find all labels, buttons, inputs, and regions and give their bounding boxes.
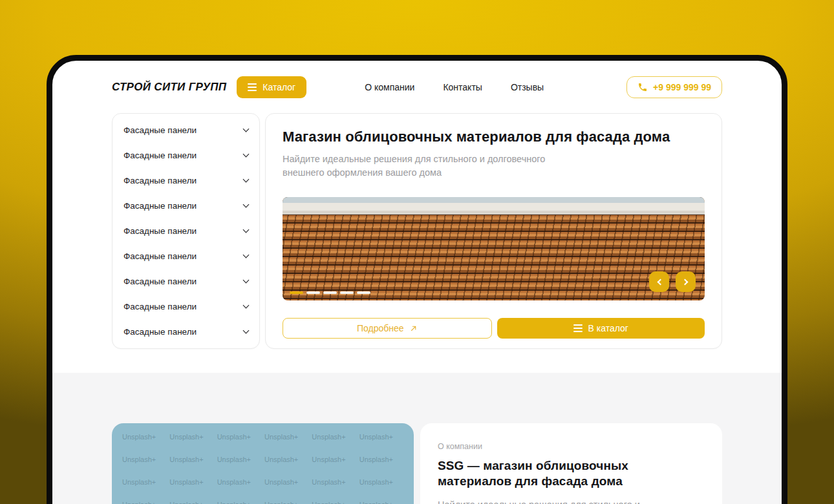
hero-card: Магазин облицовочных материалов для фаса… (265, 113, 722, 349)
category-sidebar: Фасадные панели Фасадные панели Фасадные… (112, 113, 260, 349)
chevron-down-icon (243, 328, 250, 334)
chevron-right-icon (681, 278, 688, 285)
sidebar-item-label: Фасадные панели (123, 125, 197, 135)
sidebar-item-label: Фасадные панели (123, 327, 197, 337)
phone-number: +9 999 999 99 (653, 82, 711, 92)
chevron-down-icon (243, 176, 250, 183)
sidebar-item-label: Фасадные панели (123, 176, 197, 185)
hero-subtitle: Найдите идеальные решения для стильного … (283, 152, 561, 180)
sidebar-item-facade-panels-5[interactable]: Фасадные панели (112, 218, 259, 244)
hero-carousel (283, 197, 705, 300)
chevron-left-icon (657, 278, 663, 285)
unsplash-watermark: Unsplash+ Unsplash+ Unsplash+ Unsplash+ … (112, 423, 414, 504)
main-content: Фасадные панели Фасадные панели Фасадные… (52, 113, 782, 349)
sidebar-item-facade-panels-4[interactable]: Фасадные панели (112, 193, 259, 218)
main-nav: О компании Контакты Отзывы (365, 82, 544, 92)
phone-button[interactable]: +9 999 999 99 (626, 76, 722, 98)
page-background: { "header": { "logo": "СТРОЙ СИТИ ГРУПП"… (0, 0, 834, 504)
nav-link-reviews[interactable]: Отзывы (511, 82, 544, 92)
sidebar-item-label: Фасадные панели (123, 277, 197, 286)
sidebar-item-label: Фасадные панели (123, 302, 197, 311)
details-button[interactable]: Подробнее (283, 318, 492, 339)
slide-indicator-4[interactable] (340, 291, 354, 294)
carousel-indicators (290, 291, 370, 294)
about-card: О компании SSG — магазин облицовочных ма… (420, 423, 722, 504)
sidebar-item-label: Фасадные панели (123, 226, 197, 236)
hero-actions: Подробнее В каталог (283, 318, 705, 339)
site-window: СТРОЙ СИТИ ГРУПП Каталог О компании Конт… (47, 55, 787, 504)
chevron-down-icon (243, 302, 250, 309)
sidebar-item-label: Фасадные панели (123, 201, 197, 211)
catalog-button-label: Каталог (262, 82, 295, 92)
details-button-label: Подробнее (357, 323, 404, 333)
chevron-down-icon (243, 252, 250, 258)
arrow-up-right-icon (409, 324, 418, 333)
sidebar-item-label: Фасадные панели (123, 251, 197, 261)
logo[interactable]: СТРОЙ СИТИ ГРУПП (112, 81, 226, 94)
hero-title: Магазин облицовочных материалов для фаса… (283, 129, 705, 145)
carousel-controls (649, 271, 696, 292)
about-section: Unsplash+ Unsplash+ Unsplash+ Unsplash+ … (52, 373, 782, 504)
about-text: Найдите идеальные решения для стильного … (438, 498, 696, 504)
chevron-down-icon (243, 227, 250, 233)
about-title: SSG — магазин облицовочных материалов дл… (438, 458, 696, 490)
sidebar-item-facade-panels-6[interactable]: Фасадные панели (112, 244, 259, 269)
carousel-prev-button[interactable] (649, 271, 669, 292)
sidebar-item-label: Фасадные панели (123, 151, 197, 160)
nav-link-contacts[interactable]: Контакты (443, 82, 482, 92)
sidebar-item-facade-panels-3[interactable]: Фасадные панели (112, 168, 259, 193)
sidebar-item-facade-panels-8[interactable]: Фасадные панели (112, 294, 259, 319)
slide-indicator-5[interactable] (357, 291, 370, 294)
carousel-next-button[interactable] (676, 271, 696, 292)
sidebar-item-facade-panels-7[interactable]: Фасадные панели (112, 269, 259, 294)
header: СТРОЙ СИТИ ГРУПП Каталог О компании Конт… (52, 61, 782, 113)
hamburger-icon (573, 324, 583, 332)
catalog-button[interactable]: Каталог (237, 76, 306, 98)
chevron-down-icon (243, 126, 250, 132)
slide-indicator-2[interactable] (306, 291, 320, 294)
nav-link-about[interactable]: О компании (365, 82, 414, 92)
sidebar-item-facade-panels-2[interactable]: Фасадные панели (112, 143, 259, 168)
slide-indicator-1[interactable] (290, 291, 303, 294)
chevron-down-icon (243, 151, 250, 158)
slide-indicator-3[interactable] (323, 291, 337, 294)
about-eyebrow-label: О компании (438, 442, 696, 451)
sidebar-item-facade-panels-9[interactable]: Фасадные панели (112, 319, 259, 344)
chevron-down-icon (243, 202, 250, 208)
phone-icon (637, 82, 648, 92)
to-catalog-button[interactable]: В каталог (497, 318, 705, 339)
to-catalog-button-label: В каталог (588, 323, 628, 333)
chevron-down-icon (243, 277, 250, 284)
roof-tiles-photo (283, 197, 705, 300)
about-image-placeholder: Unsplash+ Unsplash+ Unsplash+ Unsplash+ … (112, 423, 414, 504)
hamburger-icon (248, 83, 257, 91)
sidebar-item-facade-panels-1[interactable]: Фасадные панели (112, 118, 259, 143)
